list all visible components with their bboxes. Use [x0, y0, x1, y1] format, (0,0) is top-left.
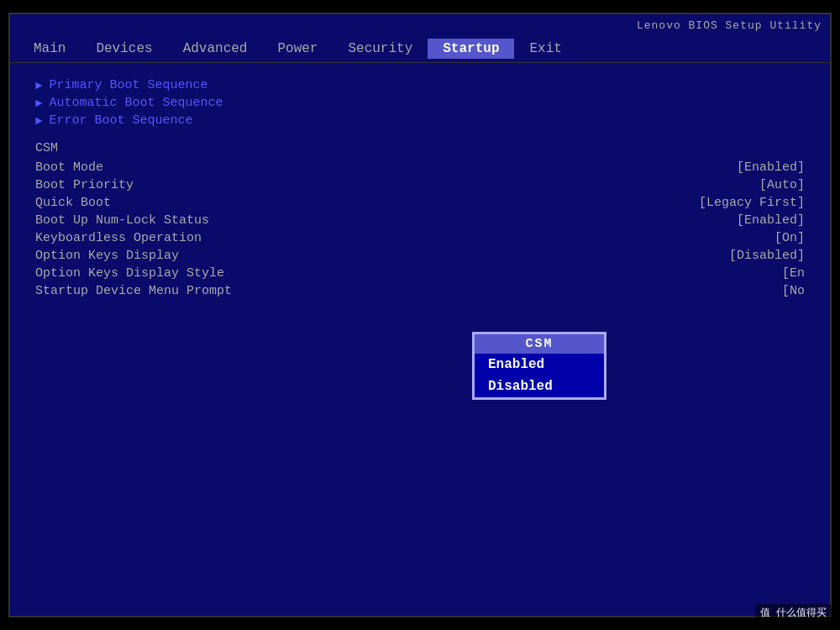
setting-name-keyboardless: Keyboardless Operation	[35, 231, 202, 245]
automatic-boot-sequence[interactable]: ► Automatic Boot Sequence	[35, 96, 805, 110]
csm-section-label: CSM	[35, 141, 805, 155]
primary-boot-label: Primary Boot Sequence	[49, 78, 207, 92]
setting-numlock: Boot Up Num-Lock Status [Enabled]	[35, 213, 805, 228]
setting-name-quick-boot: Quick Boot	[35, 196, 111, 210]
setting-name-startup-device: Startup Device Menu Prompt	[35, 284, 232, 298]
setting-option-keys: Option Keys Display [Disabled]	[35, 249, 805, 263]
setting-name-boot-mode: Boot Mode	[35, 160, 103, 175]
bios-content: ► Primary Boot Sequence ► Automatic Boot…	[10, 63, 830, 317]
bios-header: Lenovo BIOS Setup Utility MainDevicesAdv…	[10, 14, 830, 63]
setting-value-option-keys: [Disabled]	[729, 249, 805, 263]
error-boot-sequence[interactable]: ► Error Boot Sequence	[35, 113, 805, 128]
nav-item-exit[interactable]: Exit	[514, 39, 576, 59]
setting-value-boot-priority: [Auto]	[759, 178, 805, 192]
bios-title: Lenovo BIOS Setup Utility	[637, 16, 822, 35]
setting-value-startup-device: [No	[782, 284, 805, 298]
nav-item-devices[interactable]: Devices	[81, 39, 167, 59]
csm-option-enabled[interactable]: Enabled	[475, 354, 604, 375]
nav-item-advanced[interactable]: Advanced	[168, 39, 263, 59]
nav-item-power[interactable]: Power	[262, 39, 333, 59]
setting-keyboardless: Keyboardless Operation [On]	[35, 231, 805, 245]
setting-quick-boot: Quick Boot [Legacy First]	[35, 196, 805, 210]
settings-table: Boot Mode [Enabled] Boot Priority [Auto]…	[35, 160, 805, 298]
setting-option-keys-style: Option Keys Display Style [En	[35, 266, 805, 281]
arrow-icon: ►	[35, 114, 42, 128]
setting-name-boot-priority: Boot Priority	[35, 178, 134, 192]
arrow-icon: ►	[35, 97, 42, 110]
watermark: 值 什么值得买	[755, 604, 832, 622]
nav-item-main[interactable]: Main	[18, 39, 81, 59]
error-boot-label: Error Boot Sequence	[49, 113, 192, 128]
boot-sequences: ► Primary Boot Sequence ► Automatic Boot…	[35, 78, 805, 128]
setting-value-quick-boot: [Legacy First]	[699, 196, 805, 210]
setting-value-keyboardless: [On]	[774, 231, 805, 245]
setting-startup-device: Startup Device Menu Prompt [No	[35, 284, 805, 298]
setting-name-numlock: Boot Up Num-Lock Status	[35, 213, 209, 228]
setting-name-option-keys: Option Keys Display	[35, 249, 179, 263]
setting-value-numlock: [Enabled]	[737, 213, 805, 228]
setting-value-option-keys-style: [En	[782, 266, 805, 281]
bios-screen: Lenovo BIOS Setup Utility MainDevicesAdv…	[8, 13, 832, 617]
primary-boot-sequence[interactable]: ► Primary Boot Sequence	[35, 78, 805, 92]
arrow-icon: ►	[35, 79, 42, 92]
csm-option-disabled[interactable]: Disabled	[475, 375, 604, 397]
automatic-boot-label: Automatic Boot Sequence	[49, 96, 223, 110]
header-row: Lenovo BIOS Setup Utility	[10, 16, 830, 35]
csm-popup: CSM Enabled Disabled	[472, 332, 606, 400]
setting-name-option-keys-style: Option Keys Display Style	[35, 266, 224, 281]
nav-item-security[interactable]: Security	[333, 39, 428, 59]
setting-boot-mode: Boot Mode [Enabled]	[35, 160, 805, 175]
setting-boot-priority: Boot Priority [Auto]	[35, 178, 805, 192]
csm-popup-title: CSM	[475, 334, 604, 354]
setting-value-boot-mode: [Enabled]	[737, 160, 805, 175]
nav-bar: MainDevicesAdvancedPowerSecurityStartupE…	[10, 37, 830, 60]
nav-item-startup[interactable]: Startup	[428, 39, 514, 59]
